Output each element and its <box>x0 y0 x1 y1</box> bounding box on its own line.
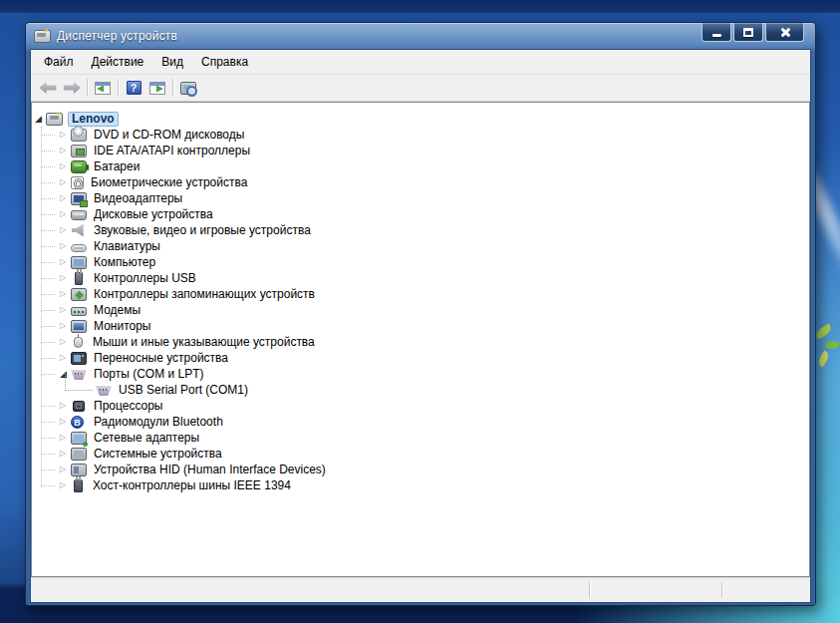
tree-item[interactable]: ▷Хост-контроллеры шины IEEE 1394 <box>32 477 809 493</box>
tree-item-label[interactable]: Процессоры <box>91 399 166 413</box>
tree-item-label[interactable]: Звуковые, видео и игровые устройства <box>91 223 314 237</box>
help-icon: ? <box>127 81 141 95</box>
tree-item-label[interactable]: Устройства HID (Human Interface Devices) <box>91 463 329 476</box>
expand-arrow-icon[interactable]: ▷ <box>59 127 71 143</box>
expand-arrow-icon[interactable]: ▷ <box>59 334 71 350</box>
tree-item[interactable]: ▷Контроллеры запоминающих устройств <box>32 286 809 302</box>
expand-arrow-icon[interactable]: ▷ <box>59 174 71 190</box>
system-device-icon <box>71 448 87 461</box>
menu-view[interactable]: Вид <box>152 52 192 72</box>
tree-item[interactable]: ▷Радиомодули Bluetooth <box>32 414 809 430</box>
tree-item[interactable]: ▷Звуковые, видео и игровые устройства <box>32 222 809 238</box>
tree-item[interactable]: ◢Lenovo <box>32 111 809 127</box>
usb-icon <box>75 272 83 285</box>
tree-item-label[interactable]: Системные устройства <box>91 447 225 461</box>
computer-root-icon <box>46 113 63 126</box>
tree-item-label[interactable]: USB Serial Port (COM1) <box>116 383 251 397</box>
expand-arrow-icon[interactable]: ▷ <box>59 350 71 366</box>
tree-item-label[interactable]: Порты (COM и LPT) <box>91 367 207 381</box>
tree-item[interactable]: ▷Биометрические устройства <box>32 174 809 190</box>
properties-button[interactable] <box>145 77 169 99</box>
tree-item-label[interactable]: Батареи <box>91 159 142 173</box>
tree-item-label[interactable]: Lenovo <box>68 112 119 127</box>
tree-item[interactable]: USB Serial Port (COM1) <box>32 382 809 398</box>
tree-item[interactable]: ▷Мониторы <box>32 318 809 334</box>
expand-arrow-icon[interactable]: ▷ <box>59 190 71 206</box>
help-button[interactable]: ? <box>122 77 145 99</box>
scan-hardware-changes-button[interactable] <box>176 77 200 99</box>
window-title: Диспетчер устройств <box>57 29 177 43</box>
menu-file[interactable]: Файл <box>35 52 83 72</box>
serial-port-icon <box>96 386 112 396</box>
expand-arrow-icon[interactable]: ▷ <box>59 238 71 254</box>
tree-item-label[interactable]: DVD и CD-ROM дисководы <box>91 128 247 142</box>
tree-item-label[interactable]: Дисковые устройства <box>91 207 216 221</box>
tree-item[interactable]: ▷DVD и CD-ROM дисководы <box>32 127 809 143</box>
tree-item[interactable]: ▷Мыши и иные указывающие устройства <box>32 334 809 350</box>
tree-item-label[interactable]: Клавиатуры <box>91 239 163 253</box>
device-manager-window: Диспетчер устройств ФайлДействиеВидСправ… <box>25 22 816 606</box>
tree-item-label[interactable]: Компьютер <box>91 255 158 269</box>
tree-item-label[interactable]: Мониторы <box>91 319 153 333</box>
hid-device-icon <box>71 464 87 476</box>
tree-item[interactable]: ▷Переносные устройства <box>32 350 809 366</box>
tree-item[interactable]: ▷Батареи <box>32 158 809 174</box>
expand-arrow-icon[interactable]: ▷ <box>59 222 71 238</box>
expand-arrow-icon[interactable]: ▷ <box>59 206 71 222</box>
expand-arrow-icon[interactable]: ▷ <box>59 270 71 286</box>
cd-drive-icon <box>71 129 87 142</box>
tree-item-label[interactable]: Видеоадаптеры <box>91 191 185 205</box>
tree-item-label[interactable]: IDE ATA/ATAPI контроллеры <box>91 144 253 157</box>
tree-item[interactable]: ▷Компьютер <box>32 254 809 270</box>
tree-item[interactable]: ▷Дисковые устройства <box>32 206 809 222</box>
device-manager-app-icon <box>34 30 51 43</box>
tree-item[interactable]: ▷Сетевые адаптеры <box>32 430 809 446</box>
tree-item[interactable]: ◢Порты (COM и LPT) <box>32 366 809 382</box>
maximize-button[interactable] <box>733 23 763 42</box>
expand-arrow-icon[interactable]: ▷ <box>59 398 71 414</box>
expand-arrow-icon[interactable]: ▷ <box>59 286 71 302</box>
portable-device-icon <box>71 352 87 365</box>
tree-item-label[interactable]: Радиомодули Bluetooth <box>91 415 226 429</box>
minimize-button[interactable] <box>701 23 731 42</box>
expand-arrow-icon[interactable]: ▷ <box>59 462 71 477</box>
tree-item[interactable]: ▷Модемы <box>32 302 809 318</box>
tree-item-label[interactable]: Мыши и иные указывающие устройства <box>90 335 318 349</box>
tree-item[interactable]: ▷Видеоадаптеры <box>32 190 809 206</box>
back-icon <box>40 82 57 94</box>
title-bar[interactable]: Диспетчер устройств <box>30 23 811 49</box>
tree-item[interactable]: ▷Системные устройства <box>32 446 809 462</box>
tree-item-label[interactable]: Переносные устройства <box>91 351 231 365</box>
close-button[interactable] <box>765 23 804 42</box>
tree-item[interactable]: ▷Клавиатуры <box>32 238 809 254</box>
tree-item[interactable]: ▷IDE ATA/ATAPI контроллеры <box>32 143 809 158</box>
expand-arrow-icon[interactable]: ▷ <box>59 143 71 158</box>
expand-arrow-icon[interactable]: ▷ <box>59 446 71 462</box>
show-hide-console-tree-button[interactable] <box>91 77 115 99</box>
menu-help[interactable]: Справка <box>192 52 257 72</box>
tree-item[interactable]: ▷Процессоры <box>32 398 809 414</box>
tree-item-label[interactable]: Хост-контроллеры шины IEEE 1394 <box>90 478 294 492</box>
collapse-arrow-icon[interactable]: ◢ <box>34 111 46 127</box>
expand-arrow-icon[interactable]: ▷ <box>59 254 71 270</box>
menu-action[interactable]: Действие <box>83 52 153 72</box>
tree-item-label[interactable]: Сетевые адаптеры <box>91 431 202 445</box>
tree-item-label[interactable]: Биометрические устройства <box>88 175 250 189</box>
expand-arrow-icon[interactable]: ▷ <box>59 430 71 446</box>
expand-arrow-icon[interactable]: ▷ <box>59 318 71 334</box>
expand-arrow-icon[interactable]: ▷ <box>59 158 71 174</box>
toolbar: ? <box>31 75 810 102</box>
expand-arrow-icon[interactable]: ▷ <box>59 414 71 430</box>
tree-item-label[interactable]: Контроллеры запоминающих устройств <box>91 287 318 301</box>
expand-arrow-icon[interactable]: ▷ <box>59 477 71 493</box>
tree-item[interactable]: ▷Устройства HID (Human Interface Devices… <box>32 462 809 477</box>
tree-item-label[interactable]: Контроллеры USB <box>91 271 199 285</box>
status-bar-divider <box>589 582 590 598</box>
back-button[interactable] <box>36 77 60 99</box>
tree-item[interactable]: ▷Контроллеры USB <box>32 270 809 286</box>
expand-arrow-icon[interactable]: ▷ <box>59 302 71 318</box>
forward-button[interactable] <box>60 77 84 99</box>
ide-controller-icon <box>71 145 87 157</box>
tree-item-label[interactable]: Модемы <box>91 303 143 317</box>
status-bar-divider <box>721 582 722 598</box>
